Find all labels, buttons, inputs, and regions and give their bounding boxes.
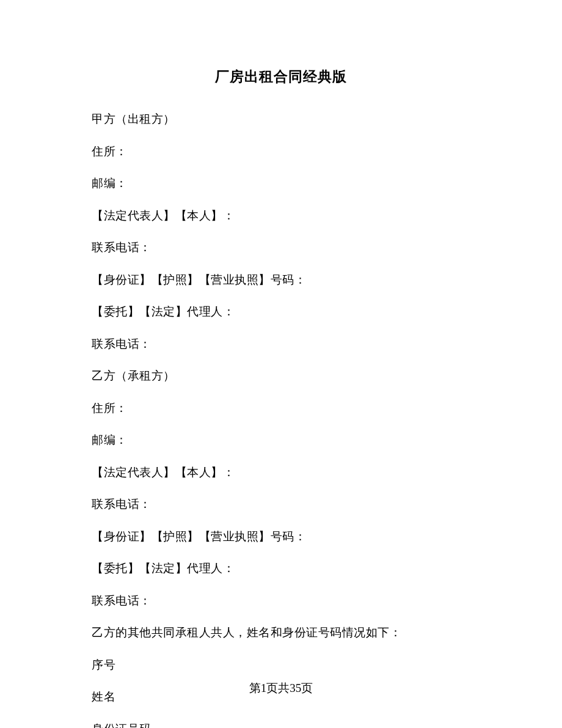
- party-b-postal: 邮编：: [92, 432, 470, 449]
- party-b-agent: 【委托】【法定】代理人：: [92, 560, 470, 578]
- party-b-address: 住所：: [92, 400, 470, 417]
- party-a-heading: 甲方（出租方）: [92, 111, 470, 128]
- party-a-phone: 联系电话：: [92, 239, 470, 257]
- table-header-index: 序号: [92, 656, 470, 674]
- party-a-agent: 【委托】【法定】代理人：: [92, 303, 470, 321]
- document-page: 厂房出租合同经典版 甲方（出租方） 住所： 邮编： 【法定代表人】【本人】： 联…: [0, 0, 562, 728]
- party-a-representative: 【法定代表人】【本人】：: [92, 207, 470, 225]
- co-tenants-intro: 乙方的其他共同承租人共人，姓名和身份证号码情况如下：: [92, 624, 470, 642]
- party-b-heading: 乙方（承租方）: [92, 367, 470, 385]
- document-title: 厂房出租合同经典版: [92, 67, 470, 86]
- party-a-postal: 邮编：: [92, 175, 470, 193]
- party-a-agent-phone: 联系电话：: [92, 336, 470, 353]
- party-b-agent-phone: 联系电话：: [92, 592, 470, 610]
- party-b-phone: 联系电话：: [92, 496, 470, 513]
- party-a-id-number: 【身份证】【护照】【营业执照】号码：: [92, 271, 470, 289]
- party-b-representative: 【法定代表人】【本人】：: [92, 464, 470, 482]
- party-b-id-number: 【身份证】【护照】【营业执照】号码：: [92, 528, 470, 546]
- page-footer: 第1页共35页: [0, 680, 562, 696]
- table-header-id: 身份证号码: [92, 721, 470, 729]
- party-a-address: 住所：: [92, 143, 470, 161]
